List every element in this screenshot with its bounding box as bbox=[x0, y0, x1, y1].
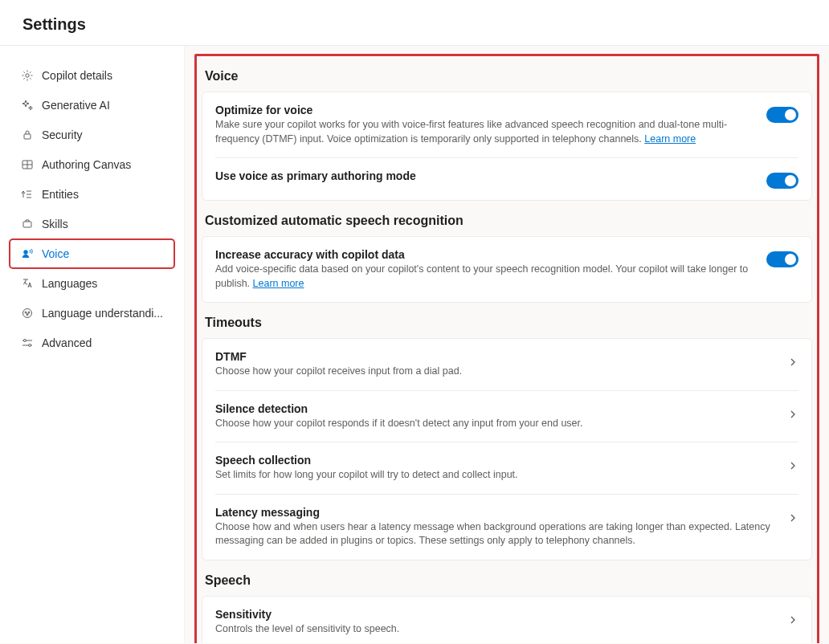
canvas-icon bbox=[21, 158, 34, 171]
section-title-timeouts: Timeouts bbox=[205, 316, 809, 330]
entities-icon bbox=[21, 188, 34, 201]
section-title-casr: Customized automatic speech recognition bbox=[205, 214, 809, 228]
sidebar-item-label: Language understandi... bbox=[42, 307, 163, 320]
chevron-right-icon bbox=[787, 512, 798, 524]
sidebar-item-label: Generative AI bbox=[42, 99, 110, 112]
speech-item-title: Sensitivity bbox=[215, 608, 771, 621]
page-title: Settings bbox=[22, 15, 86, 34]
sidebar-item-label: Advanced bbox=[42, 336, 92, 349]
chevron-right-icon bbox=[787, 357, 798, 368]
timeouts-card: DTMF Choose how your copilot receives in… bbox=[202, 338, 812, 560]
sidebar-item-copilot-details[interactable]: Copilot details bbox=[10, 61, 174, 90]
speech-item-desc: Controls the level of sensitivity to spe… bbox=[215, 622, 771, 637]
timeouts-item-title: DTMF bbox=[215, 350, 771, 363]
sidebar-item-voice[interactable]: Voice bbox=[10, 239, 174, 268]
svg-point-9 bbox=[24, 340, 27, 342]
timeouts-silence-row[interactable]: Silence detection Choose how your copilo… bbox=[215, 390, 798, 442]
voice-icon bbox=[21, 247, 34, 260]
sidebar-item-authoring-canvas[interactable]: Authoring Canvas bbox=[10, 150, 174, 179]
accuracy-row: Increase accuracy with copilot data Add … bbox=[215, 237, 798, 302]
accuracy-desc: Add voice-specific data based on your co… bbox=[215, 263, 750, 291]
sidebar-item-entities[interactable]: Entities bbox=[10, 180, 174, 209]
sidebar-item-language-understanding[interactable]: Language understandi... bbox=[10, 299, 174, 328]
chevron-right-icon bbox=[787, 409, 798, 420]
optimize-toggle[interactable] bbox=[766, 107, 798, 123]
sidebar-item-skills[interactable]: Skills bbox=[10, 210, 174, 238]
sidebar-item-advanced[interactable]: Advanced bbox=[10, 328, 174, 357]
sidebar-item-label: Copilot details bbox=[42, 69, 112, 82]
primary-mode-toggle[interactable] bbox=[766, 173, 798, 189]
optimize-title: Optimize for voice bbox=[215, 104, 750, 116]
sliders-icon bbox=[21, 336, 34, 349]
lock-icon bbox=[21, 128, 34, 141]
chevron-right-icon bbox=[787, 460, 798, 471]
optimize-for-voice-row: Optimize for voice Make sure your copilo… bbox=[215, 92, 798, 157]
sidebar-item-label: Voice bbox=[42, 247, 69, 260]
timeouts-item-desc: Choose how and when users hear a latency… bbox=[215, 520, 771, 548]
sidebar-item-label: Skills bbox=[42, 218, 68, 230]
accuracy-toggle[interactable] bbox=[766, 251, 798, 267]
accuracy-learn-more-link[interactable]: Learn more bbox=[253, 278, 304, 289]
sidebar-item-languages[interactable]: Languages bbox=[10, 269, 174, 298]
sidebar-item-label: Languages bbox=[42, 277, 97, 290]
timeouts-latency-row[interactable]: Latency messaging Choose how and when us… bbox=[215, 494, 798, 560]
timeouts-item-desc: Choose how your copilot responds if it d… bbox=[215, 417, 771, 431]
timeouts-dtmf-row[interactable]: DTMF Choose how your copilot receives in… bbox=[215, 339, 798, 390]
settings-header: Settings bbox=[0, 0, 829, 46]
gear-icon bbox=[21, 69, 34, 82]
speech-sensitivity-row[interactable]: Sensitivity Controls the level of sensit… bbox=[215, 597, 798, 644]
timeouts-item-title: Latency messaging bbox=[215, 506, 771, 519]
svg-point-10 bbox=[29, 344, 31, 347]
timeouts-item-title: Speech collection bbox=[215, 454, 771, 467]
chevron-right-icon bbox=[787, 614, 798, 626]
sidebar-item-label: Entities bbox=[42, 188, 79, 201]
accuracy-title: Increase accuracy with copilot data bbox=[215, 248, 750, 261]
section-title-voice: Voice bbox=[205, 69, 809, 84]
sidebar-item-label: Authoring Canvas bbox=[42, 158, 131, 171]
optimize-desc: Make sure your copilot works for you wit… bbox=[215, 118, 750, 146]
timeouts-item-desc: Set limits for how long your copilot wil… bbox=[215, 468, 771, 483]
svg-rect-1 bbox=[24, 134, 31, 139]
voice-card: Optimize for voice Make sure your copilo… bbox=[202, 92, 812, 201]
primary-mode-title: Use voice as primary authoring mode bbox=[215, 169, 750, 182]
sidebar-item-security[interactable]: Security bbox=[10, 120, 174, 149]
sidebar-item-label: Security bbox=[42, 128, 83, 141]
close-button[interactable] bbox=[787, 14, 807, 34]
settings-content: Voice Optimize for voice Make sure your … bbox=[185, 46, 829, 643]
timeouts-item-desc: Choose how your copilot receives input f… bbox=[215, 365, 771, 379]
timeouts-item-title: Silence detection bbox=[215, 402, 771, 415]
settings-sidebar: Copilot details Generative AI Security A… bbox=[0, 46, 185, 643]
optimize-learn-more-link[interactable]: Learn more bbox=[644, 133, 696, 145]
skills-icon bbox=[21, 218, 34, 230]
speech-card: Sensitivity Controls the level of sensit… bbox=[202, 596, 812, 644]
svg-point-4 bbox=[24, 251, 28, 255]
timeouts-speech-collection-row[interactable]: Speech collection Set limits for how lon… bbox=[215, 442, 798, 494]
sparkle-icon bbox=[21, 99, 34, 112]
languages-icon bbox=[21, 277, 34, 290]
svg-rect-3 bbox=[23, 222, 31, 227]
brain-icon bbox=[21, 307, 34, 320]
primary-mode-row: Use voice as primary authoring mode bbox=[215, 157, 798, 200]
sidebar-item-generative-ai[interactable]: Generative AI bbox=[10, 91, 174, 120]
svg-point-5 bbox=[23, 309, 32, 318]
section-title-speech: Speech bbox=[205, 573, 809, 588]
content-highlight-box: Voice Optimize for voice Make sure your … bbox=[194, 54, 819, 643]
casr-card: Increase accuracy with copilot data Add … bbox=[202, 236, 812, 303]
svg-point-0 bbox=[26, 74, 29, 77]
